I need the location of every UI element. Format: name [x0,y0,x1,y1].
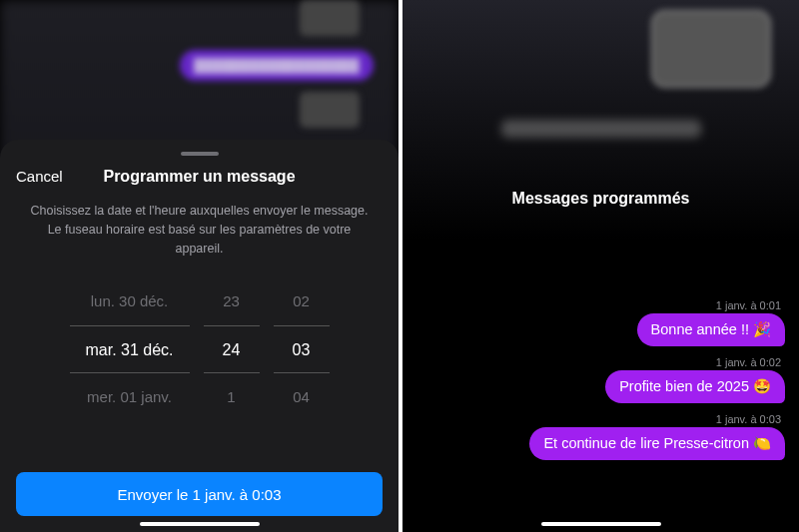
minute-selected[interactable]: 03 [274,325,330,373]
datetime-picker[interactable]: lun. 30 déc. mar. 31 déc. mer. 01 janv. … [16,277,383,421]
sheet-header: Cancel Programmer un message [16,168,383,186]
blurred-text-line [501,120,701,138]
message-bubble[interactable]: Profite bien de 2025 🤩 [605,370,785,403]
scheduled-message-item: 1 janv. à 0:03 Et continue de lire Press… [529,413,785,460]
message-timestamp: 1 janv. à 0:01 [637,299,785,311]
schedule-sheet: Cancel Programmer un message Choisissez … [0,140,399,532]
sheet-description: Choisissez la date et l'heure auxquelles… [16,202,383,277]
cancel-button[interactable]: Cancel [16,168,63,185]
date-next[interactable]: mer. 01 janv. [70,373,190,421]
scheduled-message-item: 1 janv. à 0:02 Profite bien de 2025 🤩 [605,356,785,403]
hour-prev[interactable]: 23 [204,277,260,325]
date-prev[interactable]: lun. 30 déc. [70,277,190,325]
blurred-chat-bubble: ██████████████████ [180,50,374,81]
minute-wheel[interactable]: 02 03 04 [274,277,330,421]
date-selected[interactable]: mar. 31 déc. [70,325,190,373]
send-scheduled-button[interactable]: Envoyer le 1 janv. à 0:03 [16,472,383,516]
scheduled-messages-title: Messages programmés [402,190,799,208]
scheduled-message-item: 1 janv. à 0:01 Bonne année !! 🎉 [637,299,785,346]
schedule-message-screen: ██████████████████ Cancel Programmer un … [0,0,399,532]
blurred-media-thumb [300,0,360,36]
minute-next[interactable]: 04 [274,373,330,421]
message-bubble[interactable]: Bonne année !! 🎉 [637,313,785,346]
scheduled-messages-list: 1 janv. à 0:01 Bonne année !! 🎉 1 janv. … [529,299,785,460]
home-indicator[interactable] [140,522,260,526]
home-indicator[interactable] [541,522,661,526]
blurred-media-thumb [300,92,360,128]
hour-selected[interactable]: 24 [204,325,260,373]
message-bubble[interactable]: Et continue de lire Presse-citron 🍋 [529,427,785,460]
scheduled-messages-screen: Messages programmés 1 janv. à 0:01 Bonne… [400,0,799,532]
minute-prev[interactable]: 02 [274,277,330,325]
blurred-media-card [651,10,771,88]
message-timestamp: 1 janv. à 0:03 [529,413,785,425]
message-timestamp: 1 janv. à 0:02 [605,356,785,368]
sheet-grabber[interactable] [181,152,219,156]
hour-next[interactable]: 1 [204,373,260,421]
sheet-title: Programmer un message [16,168,383,186]
date-wheel[interactable]: lun. 30 déc. mar. 31 déc. mer. 01 janv. [70,277,190,421]
hour-wheel[interactable]: 23 24 1 [204,277,260,421]
